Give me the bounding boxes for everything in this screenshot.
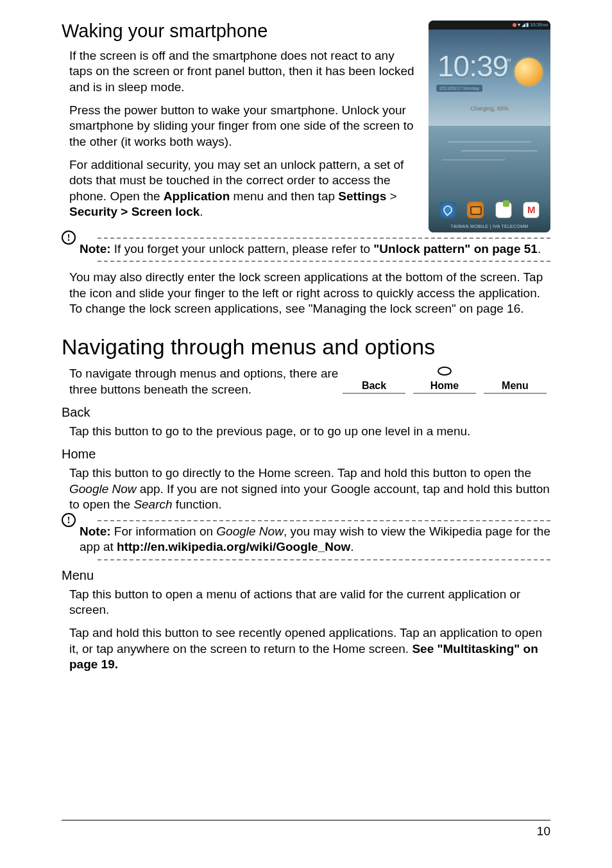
- alert-icon: !: [62, 230, 76, 245]
- dock-phone-icon: [439, 202, 456, 218]
- phone-dock: [429, 202, 550, 218]
- phone-status-bar: ▾ ◢ ▮ 10:39 AM: [429, 21, 550, 30]
- sun-icon: [514, 58, 543, 86]
- dock-camera-icon: [467, 202, 484, 218]
- heading-home: Home: [62, 447, 550, 462]
- nav-label-home: Home: [413, 380, 476, 394]
- dock-mail-icon: [523, 202, 540, 218]
- heading-menu: Menu: [62, 568, 550, 583]
- heading-back: Back: [62, 405, 550, 420]
- back-para: Tap this button to go to the previous pa…: [69, 424, 550, 439]
- heading-navigating: Navigating through menus and options: [62, 334, 550, 360]
- nav-label-back: Back: [343, 380, 405, 394]
- dock-sms-icon: [495, 202, 512, 218]
- note-google-now-body: Note: For information on Google Now, you…: [80, 521, 550, 555]
- phone-carrier: TAIWAN MOBILE | IVA TELECOMM: [429, 224, 550, 229]
- nav-intro: To navigate through menus and options, t…: [69, 366, 343, 397]
- menu-para-1: Tap this button to open a menu of action…: [69, 587, 550, 618]
- phone-clock: 10:39: [438, 49, 508, 83]
- nav-label-menu: Menu: [484, 380, 547, 394]
- home-para: Tap this button to go directly to the Ho…: [69, 465, 550, 512]
- nav-buttons-figure: Back Home Menu: [339, 362, 550, 394]
- menu-para-2: Tap and hold this button to see recently…: [69, 625, 550, 672]
- phone-wallpaper-sky: 10:39 AM 2013/06/17 Monday Charging, 65%: [429, 30, 550, 126]
- note-google-now: ! Note: For information on Google Now, y…: [62, 520, 550, 560]
- note-unlock-pattern: ! Note: If you forget your unlock patter…: [62, 238, 550, 262]
- phone-status-time: 10:39: [530, 22, 542, 28]
- page-number: 10: [537, 824, 550, 838]
- phone-clock-ampm: AM: [504, 58, 511, 62]
- home-icon: [438, 367, 452, 376]
- phone-date: 2013/06/17 Monday: [436, 85, 482, 92]
- alert-icon: !: [62, 513, 76, 527]
- phone-charging: Charging, 65%: [429, 105, 550, 112]
- waking-para-4: You may also directly enter the lock scr…: [69, 270, 550, 317]
- lockscreen-illustration: ▾ ◢ ▮ 10:39 AM 10:39 AM 2013/06/17 Monda…: [429, 21, 550, 232]
- note-unlock-body: Note: If you forget your unlock pattern,…: [80, 239, 550, 257]
- page-footer: 10: [62, 820, 550, 838]
